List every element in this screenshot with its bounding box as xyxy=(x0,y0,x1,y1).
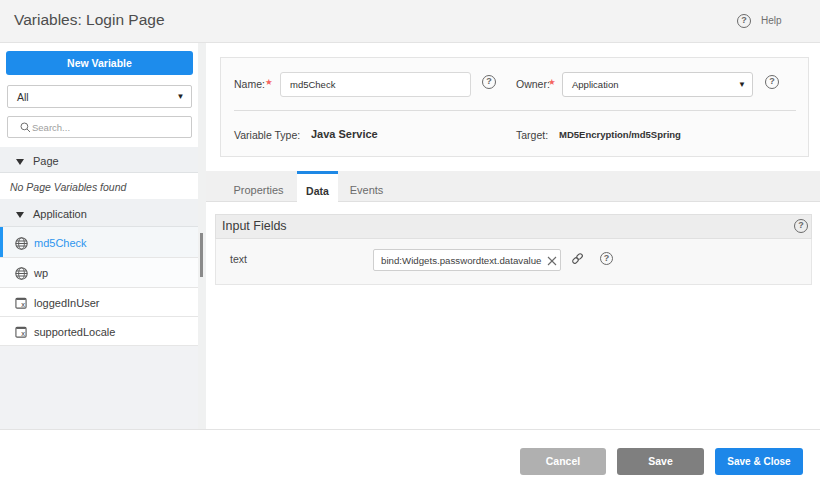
svg-text:x: x xyxy=(21,300,25,309)
svg-text:x: x xyxy=(21,329,25,338)
